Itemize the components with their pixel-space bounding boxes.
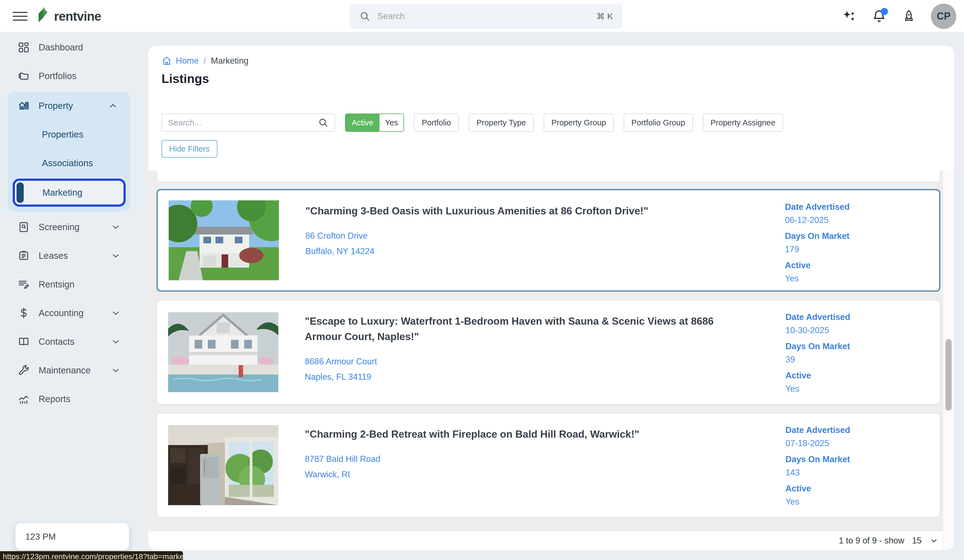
listing-title: "Charming 2-Bed Retreat with Fireplace o… — [305, 427, 735, 442]
pagination-summary: 1 to 9 of 9 - show — [839, 536, 904, 546]
content-panel: Home / Marketing Listings Search... Acti… — [148, 46, 954, 550]
home-icon — [161, 56, 172, 66]
sidebar-item-portfolios[interactable]: Portfolios — [0, 62, 148, 90]
hide-filters-button[interactable]: Hide Filters — [161, 140, 217, 158]
filter-portfolio-button[interactable]: Portfolio — [414, 114, 459, 132]
date-advertised-value: 06-12-2025 — [785, 215, 939, 226]
sidebar-item-label: Accounting — [39, 308, 83, 318]
active-indicator-bar — [16, 182, 24, 203]
listing-card[interactable]: "Charming 3-Bed Oasis with Luxurious Ame… — [156, 189, 940, 291]
chevron-down-icon — [111, 337, 121, 347]
reports-chart-icon — [17, 392, 30, 406]
scrollbar-thumb[interactable] — [946, 339, 952, 411]
days-on-market-label: Days On Market — [785, 454, 940, 465]
scrollbar-track[interactable] — [943, 170, 954, 550]
filter-active-toggle[interactable]: Active Yes — [345, 114, 404, 132]
link-preview-url: https://123pm.rentvine.com/properties/18… — [3, 552, 183, 560]
pagination-bar: 1 to 9 of 9 - show 15 — [148, 531, 954, 550]
sidebar-item-contacts[interactable]: Contacts — [0, 327, 148, 356]
chevron-down-icon — [111, 365, 121, 375]
listing-address-line2[interactable]: Naples, FL 34119 — [305, 372, 371, 382]
sidebar-item-label: Screening — [39, 222, 80, 232]
chevron-down-icon — [111, 308, 121, 318]
sidebar-item-label: Portfolios — [39, 71, 77, 81]
sidebar-item-label: Associations — [42, 158, 93, 168]
notification-badge — [881, 8, 888, 15]
date-advertised-label: Date Advertised — [785, 311, 940, 323]
contacts-book-icon — [17, 335, 30, 348]
date-advertised-value: 07-18-2025 — [785, 438, 940, 449]
listings-search-input[interactable]: Search... — [161, 114, 335, 132]
breadcrumb-separator: / — [204, 56, 206, 66]
listing-card[interactable]: "Charming 2-Bed Retreat with Fireplace o… — [156, 413, 940, 518]
ai-sparkles-icon[interactable] — [842, 8, 857, 24]
sidebar-item-property[interactable]: Property — [8, 91, 130, 120]
sidebar-item-accounting[interactable]: Accounting — [0, 299, 148, 327]
sidebar-item-rentsign[interactable]: Rentsign — [0, 270, 148, 299]
breadcrumb-current: Marketing — [211, 56, 248, 66]
listing-title: "Escape to Luxury: Waterfront 1-Bedroom … — [305, 314, 735, 345]
sidebar-item-maintenance[interactable]: Maintenance — [0, 356, 148, 385]
page-size-chevron-down-icon[interactable] — [929, 536, 939, 545]
sidebar-item-reports[interactable]: Reports — [0, 385, 148, 413]
property-photo[interactable] — [169, 200, 279, 280]
listing-address-line2[interactable]: Warwick, RI — [305, 470, 350, 480]
listing-card[interactable]: "Escape to Luxury: Waterfront 1-Bedroom … — [156, 300, 940, 405]
listing-address-line1[interactable]: 86 Crofton Drive — [305, 231, 368, 241]
filter-active-value: Yes — [379, 114, 404, 131]
sidebar-item-label: Property — [39, 101, 73, 111]
leaf-icon — [35, 6, 51, 27]
filter-active-label: Active — [345, 114, 379, 131]
date-advertised-value: 10-30-2025 — [785, 325, 940, 336]
property-photo[interactable] — [168, 312, 278, 392]
clock-overlay: 123 PM — [15, 523, 129, 550]
brand-logo[interactable]: rentvine — [35, 5, 101, 28]
filter-portfolio-group-button[interactable]: Portfolio Group — [624, 114, 693, 132]
listing-meta: Date Advertised 06-12-2025 Days On Marke… — [785, 190, 939, 290]
filter-property-type-button[interactable]: Property Type — [469, 114, 534, 132]
sidebar-item-associations[interactable]: Associations — [8, 149, 130, 177]
filter-property-group-button[interactable]: Property Group — [544, 114, 614, 132]
global-search-input[interactable]: Search ⌘ K — [349, 3, 623, 29]
dashboard-grid-icon — [17, 41, 30, 54]
listing-card-partial[interactable] — [156, 170, 940, 182]
date-advertised-label: Date Advertised — [785, 201, 939, 213]
notifications-bell-icon[interactable] — [871, 8, 887, 24]
date-advertised-label: Date Advertised — [785, 425, 940, 436]
sidebar-item-label: Rentsign — [39, 279, 75, 290]
screening-doc-search-icon — [17, 220, 30, 234]
listing-meta: Date Advertised 10-30-2025 Days On Marke… — [785, 300, 940, 404]
whats-new-rocket-icon[interactable] — [901, 8, 917, 24]
global-search-placeholder: Search — [378, 11, 589, 21]
breadcrumb-home-link[interactable]: Home — [161, 56, 199, 66]
listing-address-line1[interactable]: 8686 Armour Court — [305, 357, 377, 366]
days-on-market-value: 179 — [785, 244, 939, 255]
top-bar: rentvine Search ⌘ K — [0, 0, 964, 33]
folder-icon — [17, 70, 30, 83]
sidebar-item-leases[interactable]: Leases — [0, 241, 148, 270]
menu-icon[interactable] — [13, 9, 28, 23]
sidebar-item-label: Marketing — [42, 187, 82, 198]
avatar[interactable]: CP — [931, 3, 956, 29]
chevron-down-icon — [111, 251, 121, 261]
listing-address-line1[interactable]: 8787 Bald Hill Road — [305, 454, 380, 464]
leases-clipboard-icon — [17, 249, 30, 262]
days-on-market-label: Days On Market — [785, 341, 940, 352]
sidebar-item-label: Leases — [39, 251, 68, 261]
sidebar-item-marketing[interactable]: Marketing — [13, 179, 126, 207]
page-size-value[interactable]: 15 — [912, 536, 922, 546]
rentsign-signature-icon — [17, 278, 30, 291]
sidebar-item-screening[interactable]: Screening — [0, 213, 148, 241]
sidebar-group-property: Property Properties Associations Marketi… — [8, 91, 130, 212]
property-photo[interactable] — [168, 425, 278, 505]
search-shortcut: ⌘ K — [596, 11, 613, 21]
property-house-icon — [17, 99, 30, 112]
avatar-initials: CP — [937, 10, 951, 22]
filter-property-assignee-button[interactable]: Property Assignee — [703, 114, 783, 132]
sidebar-item-properties[interactable]: Properties — [8, 120, 130, 149]
breadcrumb-home-label: Home — [176, 56, 199, 66]
days-on-market-value: 143 — [785, 467, 940, 479]
active-label: Active — [785, 370, 940, 381]
sidebar-item-dashboard[interactable]: Dashboard — [0, 33, 148, 62]
listing-address-line2[interactable]: Buffalo, NY 14224 — [305, 246, 375, 256]
